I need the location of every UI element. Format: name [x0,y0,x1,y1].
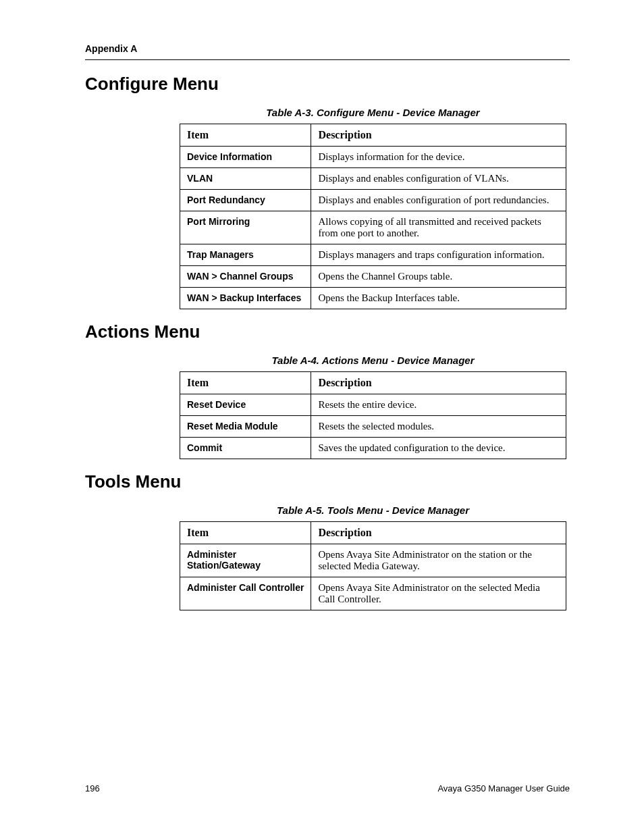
table-header-row: Item Description [180,124,566,147]
table-row: Reset Media ModuleResets the selected mo… [180,416,566,438]
configure-menu-heading: Configure Menu [85,74,570,95]
col-description: Description [311,372,566,394]
table-row: VLANDisplays and enables configuration o… [180,168,566,190]
configure-table-caption: Table A-3. Configure Menu - Device Manag… [180,107,566,118]
actions-table-wrap: Table A-4. Actions Menu - Device Manager… [180,355,566,459]
table-row: Reset DeviceResets the entire device. [180,394,566,416]
table-row: Trap ManagersDisplays managers and traps… [180,244,566,266]
table-row: CommitSaves the updated configuration to… [180,438,566,459]
item-cell: Port Redundancy [180,190,311,211]
table-header-row: Item Description [180,372,566,394]
table-row: WAN > Channel GroupsOpens the Channel Gr… [180,266,566,288]
desc-cell: Displays managers and traps configuratio… [311,244,566,266]
col-item: Item [180,522,311,544]
header-rule [85,59,570,60]
table-row: Port RedundancyDisplays and enables conf… [180,190,566,211]
item-cell: Commit [180,438,311,459]
table-header-row: Item Description [180,522,566,544]
tools-menu-heading: Tools Menu [85,471,570,492]
item-cell: Port Mirroring [180,211,311,244]
desc-cell: Saves the updated configuration to the d… [311,438,566,459]
desc-cell: Opens the Channel Groups table. [311,266,566,288]
desc-cell: Resets the entire device. [311,394,566,416]
page: Appendix A Configure Menu Table A-3. Con… [0,0,644,834]
col-description: Description [311,522,566,544]
configure-table: Item Description Device InformationDispl… [180,124,566,309]
item-cell: VLAN [180,168,311,190]
actions-menu-heading: Actions Menu [85,321,570,342]
desc-cell: Displays information for the device. [311,147,566,168]
col-item: Item [180,124,311,147]
page-footer: 196 Avaya G350 Manager User Guide [85,783,570,793]
desc-cell: Opens the Backup Interfaces table. [311,288,566,309]
col-item: Item [180,372,311,394]
running-header: Appendix A [85,43,570,59]
item-cell: Device Information [180,147,311,168]
desc-cell: Opens Avaya Site Administrator on the st… [311,544,566,577]
table-row: WAN > Backup InterfacesOpens the Backup … [180,288,566,309]
item-cell: WAN > Channel Groups [180,266,311,288]
tools-table: Item Description Administer Station/Gate… [180,521,566,610]
page-number: 196 [85,783,100,793]
desc-cell: Opens Avaya Site Administrator on the se… [311,577,566,610]
tools-table-caption: Table A-5. Tools Menu - Device Manager [180,504,566,516]
item-cell: Trap Managers [180,244,311,266]
configure-table-wrap: Table A-3. Configure Menu - Device Manag… [180,107,566,309]
item-cell: Administer Call Controller [180,577,311,610]
table-row: Administer Station/GatewayOpens Avaya Si… [180,544,566,577]
item-cell: WAN > Backup Interfaces [180,288,311,309]
col-description: Description [311,124,566,147]
footer-guide: Avaya G350 Manager User Guide [437,783,570,793]
item-cell: Reset Device [180,394,311,416]
item-cell: Reset Media Module [180,416,311,438]
table-row: Administer Call ControllerOpens Avaya Si… [180,577,566,610]
table-row: Device InformationDisplays information f… [180,147,566,168]
desc-cell: Displays and enables configuration of VL… [311,168,566,190]
item-cell: Administer Station/Gateway [180,544,311,577]
desc-cell: Allows copying of all transmitted and re… [311,211,566,244]
desc-cell: Displays and enables configuration of po… [311,190,566,211]
tools-table-wrap: Table A-5. Tools Menu - Device Manager I… [180,504,566,610]
table-row: Port MirroringAllows copying of all tran… [180,211,566,244]
desc-cell: Resets the selected modules. [311,416,566,438]
actions-table: Item Description Reset DeviceResets the … [180,371,566,459]
actions-table-caption: Table A-4. Actions Menu - Device Manager [180,355,566,366]
